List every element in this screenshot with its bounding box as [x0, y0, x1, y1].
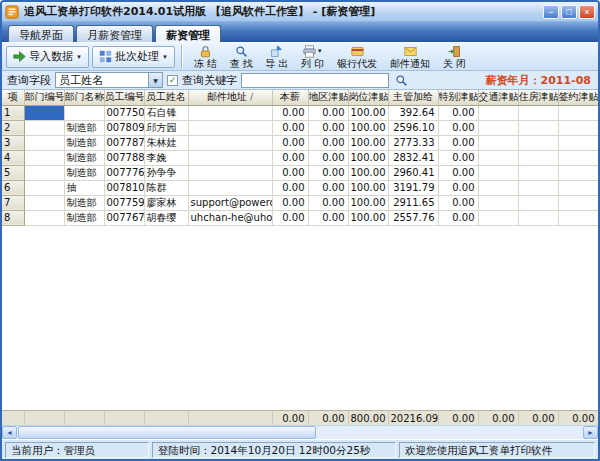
run-search-button[interactable] [393, 72, 410, 88]
grid-cell[interactable] [518, 120, 558, 135]
grid-cell[interactable]: 0.00 [438, 210, 478, 225]
grid-cell[interactable]: 0.00 [308, 180, 348, 195]
grid-cell[interactable]: 100.00 [348, 120, 388, 135]
tab-navigation[interactable]: 导航界面 [8, 25, 74, 42]
grid-cell[interactable]: 100.00 [348, 165, 388, 180]
grid-cell[interactable]: uhchan-he@uhos.cn [188, 210, 272, 225]
grid-cell[interactable] [558, 150, 598, 165]
grid-cell[interactable] [558, 210, 598, 225]
grid-cell[interactable] [24, 210, 64, 225]
table-row[interactable]: 2制造部007809邱方园0.000.00100.002596.100.00 [2, 120, 598, 135]
row-number-cell[interactable]: 8 [2, 210, 24, 225]
tab-monthly-salary[interactable]: 月薪资管理 [76, 25, 153, 42]
grid-cell[interactable] [478, 150, 518, 165]
column-header[interactable]: 主管加给 [388, 90, 438, 105]
grid-cell[interactable] [518, 135, 558, 150]
grid-cell[interactable] [188, 150, 272, 165]
grid-cell[interactable]: 制造部 [64, 165, 104, 180]
row-number-cell[interactable]: 5 [2, 165, 24, 180]
grid-cell[interactable]: 制造部 [64, 210, 104, 225]
table-row[interactable]: 1007750石自锋0.000.00100.00392.640.00 [2, 105, 598, 120]
column-header[interactable]: 部门编号 [24, 90, 64, 105]
grid-cell[interactable] [188, 165, 272, 180]
find-button[interactable]: 查 找 [225, 43, 258, 70]
grid-cell[interactable]: 制造部 [64, 135, 104, 150]
grid-cell[interactable] [24, 105, 64, 120]
grid-cell[interactable]: 0.00 [438, 150, 478, 165]
grid-cell[interactable]: 100.00 [348, 180, 388, 195]
minimize-button[interactable]: − [543, 5, 559, 19]
grid-cell[interactable] [518, 150, 558, 165]
grid-cell[interactable]: 0.00 [438, 195, 478, 210]
grid-cell[interactable] [478, 165, 518, 180]
grid-cell[interactable] [478, 135, 518, 150]
grid-cell[interactable] [188, 105, 272, 120]
grid-cell[interactable] [478, 180, 518, 195]
grid-cell[interactable] [558, 165, 598, 180]
grid-cell[interactable] [64, 105, 104, 120]
grid-cell[interactable]: 3191.79 [388, 180, 438, 195]
grid-cell[interactable] [518, 165, 558, 180]
query-keyword-input[interactable] [241, 73, 389, 88]
keyword-checkbox[interactable]: ✓ [167, 75, 178, 86]
grid-cell[interactable]: 100.00 [348, 135, 388, 150]
grid-cell[interactable]: 廖家林 [144, 195, 188, 210]
grid-cell[interactable]: 100.00 [348, 195, 388, 210]
grid-cell[interactable]: 0.00 [272, 180, 308, 195]
grid-cell[interactable]: 100.00 [348, 105, 388, 120]
export-button[interactable]: 导 出 [260, 43, 293, 70]
grid-cell[interactable]: 制造部 [64, 195, 104, 210]
grid-cell[interactable]: 制造部 [64, 150, 104, 165]
grid-cell[interactable]: 007787 [104, 135, 144, 150]
grid-cell[interactable]: 2832.41 [388, 150, 438, 165]
grid-cell[interactable]: 李娩 [144, 150, 188, 165]
grid-cell[interactable] [558, 180, 598, 195]
column-header[interactable]: 邮件地址 / [188, 90, 272, 105]
grid-cell[interactable] [478, 120, 518, 135]
grid-cell[interactable]: 胡春缨 [144, 210, 188, 225]
grid-cell[interactable]: 0.00 [272, 135, 308, 150]
grid-cell[interactable]: 邱方园 [144, 120, 188, 135]
table-row[interactable]: 6抽007810陈群0.000.00100.003191.790.00 [2, 180, 598, 195]
column-header[interactable]: 员工姓名 [144, 90, 188, 105]
tab-salary-management[interactable]: 薪资管理 [155, 25, 221, 42]
grid-cell[interactable]: 007767 [104, 210, 144, 225]
row-number-cell[interactable]: 1 [2, 105, 24, 120]
grid-cell[interactable]: 0.00 [308, 120, 348, 135]
maximize-button[interactable]: □ [561, 5, 577, 19]
grid-cell[interactable] [558, 105, 598, 120]
scroll-right-button[interactable]: ► [583, 426, 598, 439]
grid-cell[interactable]: 0.00 [438, 105, 478, 120]
grid-cell[interactable]: 007750 [104, 105, 144, 120]
batch-process-button[interactable]: 批次处理 ▼ [92, 46, 175, 68]
grid-cell[interactable]: 0.00 [308, 135, 348, 150]
grid-cell[interactable]: 007759 [104, 195, 144, 210]
close-module-button[interactable]: 关 闭 [438, 43, 471, 70]
grid-cell[interactable]: 孙争争 [144, 165, 188, 180]
scrollbar-thumb[interactable] [18, 426, 316, 439]
grid-cell[interactable] [24, 165, 64, 180]
grid-cell[interactable] [188, 180, 272, 195]
column-header[interactable]: 签约津贴 [558, 90, 598, 105]
mail-notify-button[interactable]: 邮件通知 [385, 43, 435, 70]
row-number-cell[interactable]: 6 [2, 180, 24, 195]
row-number-cell[interactable]: 2 [2, 120, 24, 135]
grid-cell[interactable] [518, 210, 558, 225]
grid-cell[interactable]: 100.00 [348, 210, 388, 225]
grid-cell[interactable] [478, 105, 518, 120]
grid-cell[interactable]: 石自锋 [144, 105, 188, 120]
grid-cell[interactable]: 陈群 [144, 180, 188, 195]
column-header[interactable]: 本薪 [272, 90, 308, 105]
grid-cell[interactable]: support@poweroffice [188, 195, 272, 210]
grid-cell[interactable]: 2773.33 [388, 135, 438, 150]
close-button[interactable]: × [579, 5, 595, 19]
grid-cell[interactable]: 0.00 [272, 150, 308, 165]
grid-cell[interactable] [518, 195, 558, 210]
grid-cell[interactable]: 007776 [104, 165, 144, 180]
column-header[interactable]: 住房津贴 [518, 90, 558, 105]
grid-cell[interactable]: 007809 [104, 120, 144, 135]
grid-cell[interactable] [188, 120, 272, 135]
grid-cell[interactable]: 007810 [104, 180, 144, 195]
grid-cell[interactable]: 0.00 [308, 195, 348, 210]
grid-cell[interactable] [518, 105, 558, 120]
